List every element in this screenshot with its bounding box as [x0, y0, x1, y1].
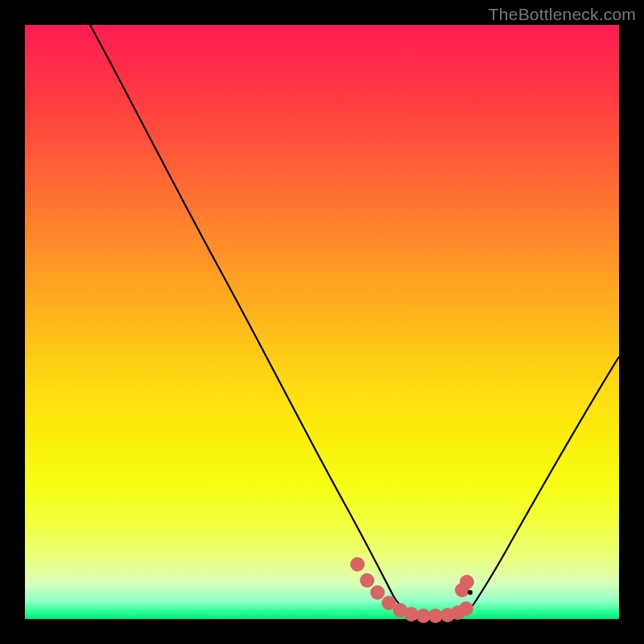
- marker-dot: [350, 557, 365, 572]
- left-curve-branch: [90, 25, 394, 597]
- marker-accent-dot: [468, 590, 473, 595]
- marker-dot: [360, 573, 374, 588]
- marker-dot: [459, 601, 473, 616]
- valley-markers-group: [350, 557, 474, 623]
- marker-dot: [460, 575, 474, 589]
- marker-dot: [370, 585, 385, 600]
- curve-layer: [25, 25, 619, 619]
- chart-container: TheBottleneck.com: [0, 0, 644, 644]
- watermark-text: TheBottleneck.com: [489, 5, 636, 24]
- right-curve-branch: [473, 357, 619, 605]
